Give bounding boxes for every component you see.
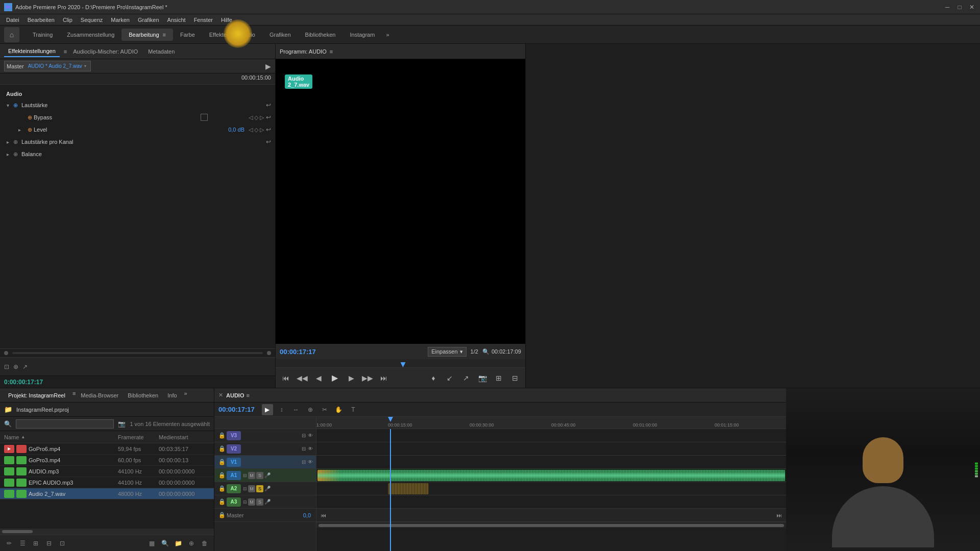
menu-hilfe[interactable]: Hilfe bbox=[217, 16, 236, 24]
level-reset[interactable]: ↩ bbox=[266, 126, 271, 133]
workspace-tab-bibliotheken[interactable]: Bibliotheken bbox=[298, 29, 343, 41]
a3-lock[interactable]: 🔒 bbox=[217, 497, 227, 507]
clip-selector[interactable]: AUDIO * Audio 2_7.wav ▾ bbox=[26, 62, 88, 70]
tl-scroll-bottom[interactable] bbox=[316, 522, 786, 528]
master-to-start[interactable]: ⏮ bbox=[321, 512, 326, 518]
list-item-gopro3[interactable]: GoPro3.mp4 60,00 fps 00:00:00:13 bbox=[0, 455, 214, 466]
a1-badge[interactable]: A1 bbox=[227, 471, 241, 480]
menu-ansicht[interactable]: Ansicht bbox=[163, 16, 190, 24]
balance-expand[interactable]: ▸ bbox=[4, 151, 11, 158]
a2-collapse[interactable]: ⊟ bbox=[243, 486, 247, 491]
timeline-menu-icon[interactable]: ≡ bbox=[246, 392, 249, 398]
minimize-button[interactable]: ─ bbox=[943, 3, 951, 11]
menu-bearbeiten[interactable]: Bearbeiten bbox=[23, 16, 59, 24]
button-extra1[interactable]: ⊞ bbox=[493, 372, 505, 384]
a1-m[interactable]: M bbox=[248, 472, 255, 479]
a3-mic[interactable]: 🎤 bbox=[264, 499, 271, 505]
workspace-tab-farbe[interactable]: Farbe bbox=[173, 29, 202, 41]
v1-badge[interactable]: V1 bbox=[227, 458, 241, 467]
col-name[interactable]: Name ▲ bbox=[4, 434, 118, 440]
new-project-item-button[interactable]: ⊕ bbox=[186, 538, 197, 548]
tab-info[interactable]: Info bbox=[163, 390, 181, 400]
camera-icon[interactable]: 📷 bbox=[118, 420, 126, 428]
bypass-kf-nav[interactable]: ◁ ◇ ▷ bbox=[249, 114, 264, 121]
workspace-tab-grafiken[interactable]: Grafiken bbox=[262, 29, 298, 41]
level-kf-next[interactable]: ▷ bbox=[260, 127, 264, 133]
freeform-view-button[interactable]: ⊟ bbox=[44, 538, 54, 548]
tab-effekteinstellungen[interactable]: Effekteinstellungen bbox=[4, 46, 60, 57]
new-bin-button[interactable]: 📁 bbox=[173, 538, 183, 548]
menu-marken[interactable]: Marken bbox=[107, 16, 134, 24]
delete-button[interactable]: 🗑 bbox=[200, 538, 210, 548]
step-frame-back-button[interactable]: ◀ bbox=[312, 372, 325, 384]
col-framerate[interactable]: Framerate bbox=[118, 434, 159, 440]
sort-button[interactable]: ⊡ bbox=[57, 538, 67, 548]
col-mediastart[interactable]: Medienstart bbox=[159, 434, 210, 440]
new-item-button[interactable]: ✏ bbox=[4, 538, 14, 548]
a1-collapse[interactable]: ⊟ bbox=[243, 473, 247, 478]
lpk-expand[interactable]: ▸ bbox=[4, 138, 11, 145]
a1-s[interactable]: S bbox=[256, 472, 263, 479]
menu-grafiken[interactable]: Grafiken bbox=[134, 16, 163, 24]
tl-scroll-thumb[interactable] bbox=[318, 524, 784, 527]
tool-zoom[interactable]: ⊕ bbox=[305, 404, 316, 415]
list-item-audio27[interactable]: Audio 2_7.wav 48000 Hz 00:00:00:0000 bbox=[0, 488, 214, 499]
maximize-button[interactable]: □ bbox=[955, 3, 964, 11]
workspace-tab-instagram[interactable]: Instagram bbox=[342, 29, 382, 41]
v3-lock[interactable]: 🔒 bbox=[217, 431, 227, 440]
level-kf-prev[interactable]: ◁ bbox=[249, 127, 253, 133]
tab-project[interactable]: Projekt: InstagramReel bbox=[4, 390, 69, 400]
export-icon[interactable]: ↗ bbox=[22, 363, 28, 370]
a3-m[interactable]: M bbox=[248, 498, 255, 506]
keyframe-nav[interactable]: ↩ bbox=[266, 102, 271, 109]
level-value[interactable]: 0,0 dB bbox=[214, 127, 244, 133]
a3-badge[interactable]: A3 bbox=[227, 497, 241, 507]
level-expand[interactable]: ▸ bbox=[18, 127, 26, 133]
lautstarke-expand[interactable]: ▾ bbox=[4, 102, 11, 109]
lpk-kf-nav[interactable]: ↩ bbox=[266, 138, 271, 145]
search-project-button[interactable]: 🔍 bbox=[160, 538, 170, 548]
a2-small-clip[interactable] bbox=[388, 483, 429, 494]
a3-collapse[interactable]: ⊟ bbox=[243, 499, 247, 505]
project-scrollbar[interactable] bbox=[0, 529, 214, 535]
a2-badge[interactable]: A2 bbox=[227, 484, 241, 493]
a1-lock[interactable]: 🔒 bbox=[217, 471, 227, 480]
master-to-end[interactable]: ⏭ bbox=[776, 512, 782, 518]
step-frame-fwd-button[interactable]: ▶ bbox=[345, 372, 357, 384]
pin-icon[interactable]: ⊕ bbox=[13, 363, 18, 370]
play-button[interactable]: ▶ bbox=[329, 372, 341, 384]
a2-s[interactable]: S bbox=[256, 485, 263, 492]
master-lock[interactable]: 🔒 bbox=[217, 511, 227, 520]
v1-lock[interactable]: 🔒 bbox=[217, 458, 227, 467]
project-menu-icon[interactable]: ≡ bbox=[72, 390, 76, 400]
v3-badge[interactable]: V3 bbox=[227, 431, 241, 440]
close-button[interactable]: ✕ bbox=[968, 3, 976, 11]
list-item-epic-audio[interactable]: EPIC AUDIO.mp3 44100 Hz 00:00:00:0000 bbox=[0, 477, 214, 488]
bypass-reset[interactable]: ↩ bbox=[266, 114, 271, 121]
bearbeitung-settings-icon[interactable]: ≡ bbox=[163, 32, 166, 38]
scrollbar-thumb[interactable] bbox=[2, 530, 33, 533]
bypass-kf-add[interactable]: ◇ bbox=[254, 114, 258, 121]
tool-slip[interactable]: ↔ bbox=[290, 404, 302, 415]
button-extra2[interactable]: ⊟ bbox=[509, 372, 521, 384]
step-back-button[interactable]: ◀◀ bbox=[296, 372, 308, 384]
bypass-checkbox[interactable] bbox=[201, 114, 208, 121]
add-marker-button[interactable]: ♦ bbox=[427, 372, 439, 384]
filter-icon[interactable]: ⊡ bbox=[4, 363, 9, 370]
tool-ripple[interactable]: ↕ bbox=[276, 404, 287, 415]
tab-media-browser[interactable]: Media-Browser bbox=[77, 390, 122, 400]
tab-audioclip-mischer[interactable]: Audioclip-Mischer: AUDIO bbox=[69, 46, 142, 57]
tool-hand[interactable]: ✋ bbox=[333, 404, 345, 415]
tab-metadaten[interactable]: Metadaten bbox=[144, 46, 179, 57]
v3-eye[interactable]: 👁 bbox=[308, 433, 313, 438]
automate-button[interactable]: ▦ bbox=[146, 538, 157, 548]
master-selector[interactable]: Master AUDIO * Audio 2_7.wav ▾ bbox=[4, 61, 91, 71]
workspace-tab-bearbeitung[interactable]: Bearbeitung ≡ bbox=[121, 29, 173, 41]
menu-fenster[interactable]: Fenster bbox=[190, 16, 217, 24]
export-frame-button[interactable]: 📷 bbox=[476, 372, 488, 384]
project-more-icon[interactable]: » bbox=[184, 390, 187, 400]
workspace-tab-zusammenstellung[interactable]: Zusammenstellung bbox=[60, 29, 121, 41]
v2-lock[interactable]: 🔒 bbox=[217, 444, 227, 454]
fit-selector[interactable]: Einpassen ▾ bbox=[428, 347, 466, 357]
list-item-gopro6[interactable]: ▶ GoPro6.mp4 59,94 fps 00:03:35:17 bbox=[0, 443, 214, 455]
